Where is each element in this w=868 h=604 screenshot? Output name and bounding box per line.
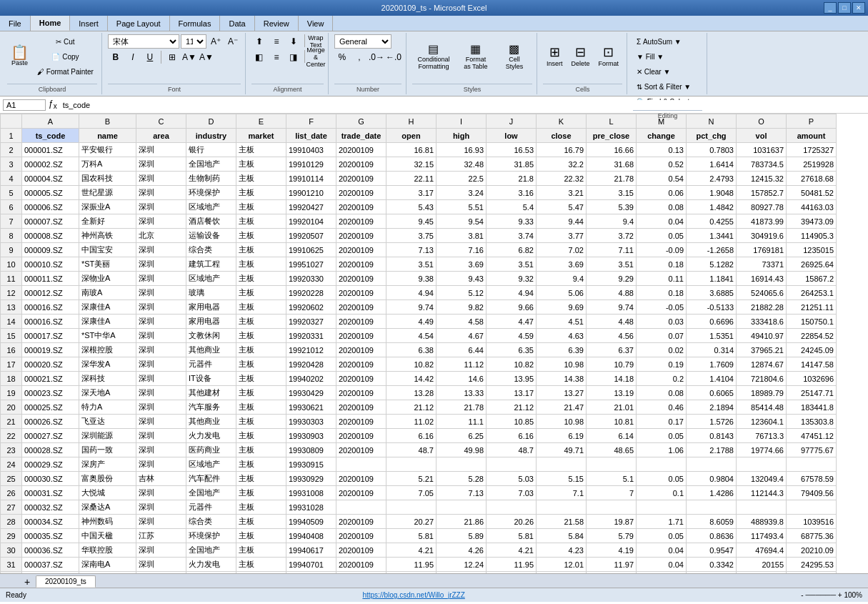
cell-15-10[interactable]: 4.59 xyxy=(487,329,537,343)
cell-29-2[interactable]: 中国天楹 xyxy=(79,529,136,543)
cell-16-13[interactable]: 0.02 xyxy=(637,343,687,357)
cell-24-4[interactable]: 区域地产 xyxy=(186,457,236,472)
cell-21-1[interactable]: 000026.SZ xyxy=(22,415,79,429)
cell-19-12[interactable]: 13.19 xyxy=(587,386,637,400)
cell-7-9[interactable]: 9.54 xyxy=(437,214,487,229)
cell-31-13[interactable]: 0.04 xyxy=(637,558,687,572)
cell-8-16[interactable]: 114905.3 xyxy=(787,229,837,243)
tab-review[interactable]: Review xyxy=(255,16,299,31)
cell-27-13[interactable] xyxy=(637,500,687,515)
cell-7-11[interactable]: 9.44 xyxy=(537,214,587,229)
cell-17-10[interactable]: 10.82 xyxy=(487,357,537,372)
cell-3-13[interactable]: 0.52 xyxy=(637,157,687,172)
cell-16-10[interactable]: 6.35 xyxy=(487,343,537,357)
cell-20-4[interactable]: 汽车服务 xyxy=(186,400,236,415)
cell-16-15[interactable]: 37965.21 xyxy=(737,343,787,357)
header-cell-low[interactable]: low xyxy=(487,129,537,143)
cell-7-3[interactable]: 深圳 xyxy=(136,214,186,229)
percent-button[interactable]: % xyxy=(334,50,350,64)
cell-6-2[interactable]: 深振业A xyxy=(79,200,136,214)
cell-12-3[interactable]: 深圳 xyxy=(136,286,186,300)
cell-11-14[interactable]: 1.1841 xyxy=(687,272,737,286)
cell-14-9[interactable]: 4.58 xyxy=(437,315,487,329)
cell-17-7[interactable]: 20200109 xyxy=(336,357,386,372)
cell-25-13[interactable]: 0.05 xyxy=(637,472,687,486)
conditional-formatting-button[interactable]: ▤ Conditional Formatting xyxy=(412,34,455,77)
zoom-in-button[interactable]: + xyxy=(838,591,842,599)
cell-7-12[interactable]: 9.4 xyxy=(587,214,637,229)
insert-button[interactable]: ⊞ Insert xyxy=(543,34,567,77)
font-shrink-button[interactable]: A⁻ xyxy=(225,34,241,49)
cell-24-13[interactable] xyxy=(637,457,687,472)
cell-2-12[interactable]: 16.66 xyxy=(587,143,637,157)
cell-26-9[interactable]: 7.13 xyxy=(437,486,487,500)
cell-27-4[interactable]: 元器件 xyxy=(186,500,236,515)
cell-5-14[interactable]: 1.9048 xyxy=(687,186,737,200)
cell-24-2[interactable]: 深房产 xyxy=(79,457,136,472)
cell-5-12[interactable]: 3.15 xyxy=(587,186,637,200)
cell-19-11[interactable]: 13.27 xyxy=(537,386,587,400)
cell-2-10[interactable]: 16.53 xyxy=(487,143,537,157)
cell-14-1[interactable]: 000016.SZ xyxy=(22,315,79,329)
cell-22-1[interactable]: 000027.SZ xyxy=(22,429,79,443)
cell-12-6[interactable]: 19920228 xyxy=(286,286,336,300)
cell-6-13[interactable]: 0.08 xyxy=(637,200,687,214)
cell-10-8[interactable]: 3.51 xyxy=(386,257,437,272)
cell-15-11[interactable]: 4.63 xyxy=(537,329,587,343)
cell-23-7[interactable]: 20200109 xyxy=(336,443,386,457)
cell-styles-button[interactable]: ▩ Cell Styles xyxy=(497,34,532,77)
cell-5-4[interactable]: 环境保护 xyxy=(186,186,236,200)
header-cell-change[interactable]: change xyxy=(637,129,687,143)
cell-3-10[interactable]: 31.85 xyxy=(487,157,537,172)
cell-18-2[interactable]: 深科技 xyxy=(79,372,136,386)
header-cell-high[interactable]: high xyxy=(437,129,487,143)
cell-10-5[interactable]: 主板 xyxy=(236,257,286,272)
cell-2-16[interactable]: 1725327 xyxy=(787,143,837,157)
cell-24-7[interactable] xyxy=(336,457,386,472)
cell-10-14[interactable]: 5.1282 xyxy=(687,257,737,272)
cell-10-4[interactable]: 建筑工程 xyxy=(186,257,236,272)
cell-14-8[interactable]: 4.49 xyxy=(386,315,437,329)
cell-27-2[interactable]: 深桑达A xyxy=(79,500,136,515)
cell-11-6[interactable]: 19920330 xyxy=(286,272,336,286)
cell-9-10[interactable]: 6.82 xyxy=(487,243,537,257)
cell-28-6[interactable]: 19940509 xyxy=(286,515,336,529)
cell-28-11[interactable]: 21.58 xyxy=(537,515,587,529)
cell-10-1[interactable]: 000010.SZ xyxy=(22,257,79,272)
cell-2-1[interactable]: 000001.SZ xyxy=(22,143,79,157)
sort-filter-button[interactable]: ⇅ Sort & Filter ▼ xyxy=(633,79,694,94)
cell-22-12[interactable]: 6.14 xyxy=(587,429,637,443)
format-button[interactable]: ⊡ Format xyxy=(594,34,622,77)
cell-8-14[interactable]: 1.3441 xyxy=(687,229,737,243)
close-button[interactable]: ✕ xyxy=(852,2,865,14)
cell-17-16[interactable]: 14147.58 xyxy=(787,357,837,372)
cell-6-10[interactable]: 5.4 xyxy=(487,200,537,214)
cell-16-7[interactable]: 20200109 xyxy=(336,343,386,357)
cell-5-5[interactable]: 主板 xyxy=(236,186,286,200)
cell-3-16[interactable]: 2519928 xyxy=(787,157,837,172)
cell-25-4[interactable]: 汽车配件 xyxy=(186,472,236,486)
cell-27-12[interactable] xyxy=(587,500,637,515)
cell-29-8[interactable]: 5.81 xyxy=(386,529,437,543)
cell-2-11[interactable]: 16.79 xyxy=(537,143,587,157)
cell-28-2[interactable]: 神州数码 xyxy=(79,515,136,529)
cell-16-8[interactable]: 6.38 xyxy=(386,343,437,357)
cell-2-5[interactable]: 主板 xyxy=(236,143,286,157)
cell-23-12[interactable]: 48.65 xyxy=(587,443,637,457)
cell-9-7[interactable]: 20200109 xyxy=(336,243,386,257)
font-name-select[interactable]: 宋体 xyxy=(108,34,179,49)
cell-22-2[interactable]: 深圳能源 xyxy=(79,429,136,443)
cell-19-1[interactable]: 000023.SZ xyxy=(22,386,79,400)
cell-2-2[interactable]: 平安银行 xyxy=(79,143,136,157)
cell-28-10[interactable]: 20.26 xyxy=(487,515,537,529)
font-size-select[interactable]: 11 xyxy=(181,34,206,49)
cell-10-13[interactable]: 0.18 xyxy=(637,257,687,272)
cell-28-1[interactable]: 000034.SZ xyxy=(22,515,79,529)
cell-6-15[interactable]: 80927.78 xyxy=(737,200,787,214)
cell-10-10[interactable]: 3.51 xyxy=(487,257,537,272)
cell-21-9[interactable]: 11.1 xyxy=(437,415,487,429)
cell-11-11[interactable]: 9.4 xyxy=(537,272,587,286)
cell-14-12[interactable]: 4.48 xyxy=(587,315,637,329)
cell-26-13[interactable]: 0.1 xyxy=(637,486,687,500)
cell-22-13[interactable]: 0.05 xyxy=(637,429,687,443)
